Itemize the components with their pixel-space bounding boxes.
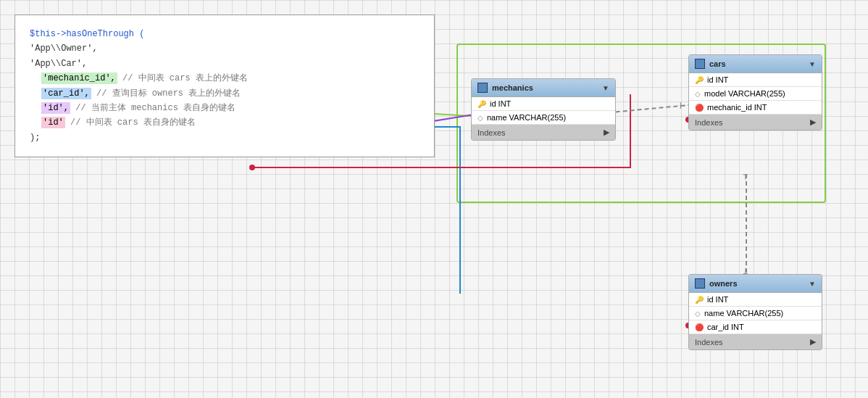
cars-model-label: model VARCHAR(255) <box>704 89 785 98</box>
cars-id-label: id INT <box>707 75 728 84</box>
code-app-car: 'App\\Car', <box>30 59 87 69</box>
code-line-3: 'App\\Car', <box>30 57 420 71</box>
cars-mechanic-id-label: mechanic_id INT <box>707 103 767 112</box>
owners-id-label: id INT <box>707 295 728 304</box>
svg-text:⊢: ⊢ <box>680 100 685 112</box>
owners-table-header[interactable]: owners ▼ <box>689 275 822 293</box>
owners-indexes-label: Indexes <box>695 338 723 347</box>
cars-indexes-arrow: ▶ <box>810 117 816 127</box>
mechanics-name-diamond-icon: ◇ <box>477 114 483 122</box>
code-comment-6: // 当前主体 mechanics 表自身的键名 <box>75 103 235 113</box>
code-line-4: 'mechanic_id', // 中间表 cars 表上的外键名 <box>30 71 420 86</box>
owners-name-label: name VARCHAR(255) <box>704 309 783 318</box>
code-comment-7: // 中间表 cars 表自身的键名 <box>70 117 196 128</box>
code-comment-5: // 查询目标 owners 表上的外键名 <box>96 88 241 99</box>
code-id-2: 'id' <box>41 117 65 128</box>
code-panel: $this->hasOneThrough ( 'App\\Owner', 'Ap… <box>14 14 435 157</box>
mechanics-table: mechanics ▼ 🔑 id INT ◇ name VARCHAR(255)… <box>471 78 616 141</box>
owners-indexes[interactable]: Indexes ▶ <box>689 334 822 349</box>
mechanics-field-id: 🔑 id INT <box>472 97 615 111</box>
owners-indexes-arrow: ▶ <box>810 337 816 347</box>
cars-indexes[interactable]: Indexes ▶ <box>689 115 822 130</box>
cars-field-model: ◇ model VARCHAR(255) <box>689 87 822 101</box>
code-car-id: 'car_id', <box>41 88 91 99</box>
owners-name-diamond-icon: ◇ <box>695 310 701 318</box>
cars-table-name: cars <box>709 59 804 68</box>
owners-car-id-label: car_id INT <box>707 323 744 331</box>
mechanics-name-label: name VARCHAR(255) <box>487 113 566 122</box>
cars-indexes-label: Indexes <box>695 118 723 127</box>
mechanics-indexes[interactable]: Indexes ▶ <box>472 125 615 140</box>
mechanics-indexes-label: Indexes <box>477 128 506 137</box>
mechanics-table-name: mechanics <box>492 83 598 92</box>
mechanics-field-name: ◇ name VARCHAR(255) <box>472 111 615 125</box>
cars-table-header[interactable]: cars ▼ <box>689 55 822 73</box>
svg-point-12 <box>249 165 255 170</box>
code-line-6: 'id', // 当前主体 mechanics 表自身的键名 <box>30 101 420 115</box>
code-app-owner: 'App\\Owner', <box>30 43 98 54</box>
mechanics-id-label: id INT <box>490 99 511 108</box>
code-line-2: 'App\\Owner', <box>30 41 420 56</box>
owners-table-name: owners <box>709 279 804 288</box>
owners-field-name: ◇ name VARCHAR(255) <box>689 307 822 320</box>
code-line-5: 'car_id', // 查询目标 owners 表上的外键名 <box>30 86 420 101</box>
mechanics-id-key-icon: 🔑 <box>477 100 486 108</box>
owners-id-key-icon: 🔑 <box>695 296 704 304</box>
cars-table-icon <box>695 59 705 69</box>
owners-table-icon <box>695 278 705 289</box>
owners-car-id-key-icon: 🔴 <box>695 323 704 331</box>
svg-text:⊤: ⊤ <box>743 173 748 183</box>
mechanics-table-header[interactable]: mechanics ▼ <box>472 79 615 97</box>
code-comment-4: // 中间表 cars 表上的外键名 <box>122 73 248 83</box>
owners-field-car-id: 🔴 car_id INT <box>689 320 822 334</box>
owners-table-arrow: ▼ <box>809 280 816 288</box>
canvas: ⊣ ⊢ ⊤ ⊥ $this->hasOneThrough ( 'App\\Own… <box>0 0 868 398</box>
cars-table: cars ▼ 🔑 id INT ◇ model VARCHAR(255) 🔴 m… <box>688 54 822 130</box>
code-closing: ); <box>30 133 40 143</box>
owners-field-id: 🔑 id INT <box>689 293 822 307</box>
mechanics-table-arrow: ▼ <box>602 84 609 92</box>
cars-mechanic-id-key-icon: 🔴 <box>695 104 704 112</box>
owners-table: owners ▼ 🔑 id INT ◇ name VARCHAR(255) 🔴 … <box>688 274 822 350</box>
code-line-7: 'id' // 中间表 cars 表自身的键名 <box>30 115 420 130</box>
code-line-8: ); <box>30 130 420 145</box>
cars-field-id: 🔑 id INT <box>689 73 822 87</box>
cars-model-diamond-icon: ◇ <box>695 90 701 98</box>
cars-table-arrow: ▼ <box>809 60 816 68</box>
mechanics-table-icon <box>477 83 488 93</box>
code-id-1: 'id', <box>41 102 70 114</box>
code-line-1: $this->hasOneThrough ( <box>30 27 420 41</box>
cars-id-key-icon: 🔑 <box>695 76 704 84</box>
mechanics-indexes-arrow: ▶ <box>604 128 609 137</box>
cars-field-mechanic-id: 🔴 mechanic_id INT <box>689 101 822 115</box>
code-this: $this->hasOneThrough ( <box>30 29 144 39</box>
code-mechanic-id: 'mechanic_id', <box>41 72 117 84</box>
